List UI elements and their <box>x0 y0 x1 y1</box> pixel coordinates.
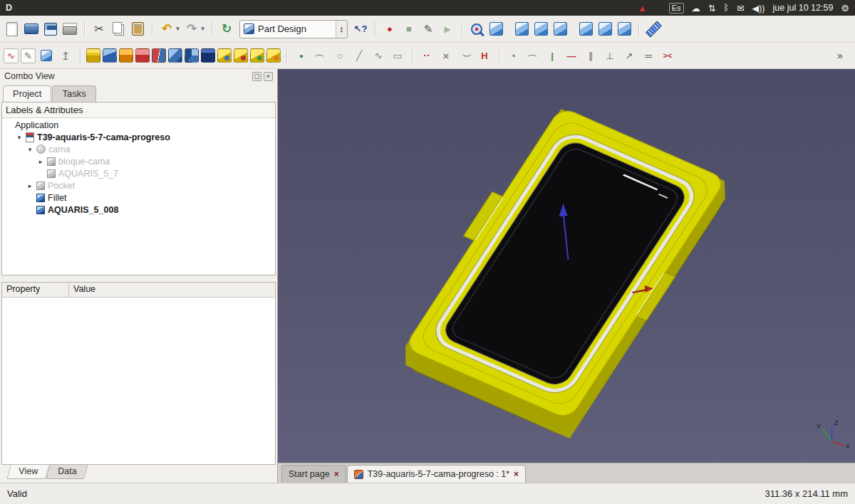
pad-icon[interactable] <box>86 48 100 63</box>
undo-icon[interactable]: ↶ <box>158 21 175 38</box>
whats-this-icon[interactable]: ↖? <box>352 21 369 38</box>
rear-view-icon[interactable] <box>577 21 594 38</box>
constraint-vertical-icon[interactable]: | <box>544 47 561 64</box>
constraint-horizontal-icon[interactable]: — <box>563 47 580 64</box>
thickness-icon[interactable] <box>266 48 281 63</box>
new-sketch-icon[interactable]: ∿ <box>4 48 19 63</box>
panel-splitter[interactable] <box>1 275 276 282</box>
keyboard-layout-indicator[interactable]: Es <box>669 3 684 14</box>
tree-item-cama[interactable]: ▾cama <box>2 143 275 155</box>
value-column-header[interactable]: Value <box>69 283 100 297</box>
edit-sketch-icon[interactable]: ✎ <box>21 48 36 63</box>
right-view-icon[interactable] <box>551 21 569 38</box>
sketch-rectangle-icon[interactable]: ▭ <box>389 47 406 64</box>
sketch-arc-icon[interactable]: ( <box>312 47 329 64</box>
undo-dropdown-icon[interactable]: ▾ <box>175 21 181 38</box>
open-file-icon[interactable] <box>23 21 40 38</box>
property-column-header[interactable]: Property <box>2 283 69 297</box>
close-tab-icon[interactable]: × <box>334 469 339 479</box>
constraint-arc-icon[interactable]: ( <box>524 47 542 64</box>
3d-viewport[interactable]: X Y Z <box>278 69 855 463</box>
sketch-point-icon[interactable]: • <box>293 47 310 64</box>
sketch-line-icon[interactable]: ╱ <box>351 47 368 64</box>
tree-item-aquaris-5-7[interactable]: AQUARIS_5_7 <box>2 167 275 179</box>
constraint-symmetric-icon[interactable]: >< <box>659 47 676 64</box>
warning-icon[interactable]: ▲ <box>638 3 647 14</box>
sketch-trim-icon[interactable]: × <box>437 47 455 64</box>
axonometric-view-icon[interactable] <box>487 21 504 38</box>
workbench-selector[interactable]: Part Design ▴▾ <box>239 20 348 38</box>
cloud-icon[interactable]: ☁ <box>692 3 701 14</box>
constraint-equal-icon[interactable]: ═ <box>640 47 657 64</box>
tree-expander-icon[interactable]: ▾ <box>26 146 33 153</box>
new-document-icon[interactable] <box>4 21 21 38</box>
macro-record-icon[interactable]: ● <box>381 21 398 38</box>
fillet-icon[interactable] <box>217 48 232 63</box>
tab-start-page[interactable]: Start page × <box>281 465 346 483</box>
tab-document[interactable]: T39-aquaris-5-7-cama-progreso : 1* × <box>347 465 526 483</box>
save-icon[interactable] <box>42 21 59 38</box>
front-view-icon[interactable] <box>513 21 530 38</box>
refresh-icon[interactable]: ↻ <box>218 21 235 38</box>
tree-expander-icon[interactable]: ▸ <box>26 182 33 189</box>
workbench-dropdown-icon[interactable]: ▴▾ <box>336 21 347 38</box>
constraint-coincident-icon[interactable]: ·· <box>418 47 435 64</box>
volume-icon[interactable]: ◀)) <box>752 3 765 14</box>
tree-item-application[interactable]: Application <box>2 119 275 131</box>
close-panel-icon[interactable]: × <box>264 72 273 81</box>
tab-tasks[interactable]: Tasks <box>52 85 95 102</box>
sketch-polyline-icon[interactable]: ∿ <box>370 47 387 64</box>
revolution-icon[interactable] <box>119 48 133 63</box>
constraint-perpendicular-icon[interactable]: ⊥ <box>601 47 618 64</box>
macro-edit-icon[interactable]: ✎ <box>420 21 437 38</box>
multitransform-icon[interactable] <box>201 48 215 63</box>
linear-pattern-icon[interactable] <box>168 48 182 63</box>
sketch-fillet-icon[interactable]: ( <box>457 47 474 64</box>
groove-icon[interactable] <box>135 48 150 63</box>
toolbar-overflow-icon[interactable]: » <box>831 47 849 64</box>
close-tab-icon[interactable]: × <box>514 469 519 479</box>
copy-icon[interactable] <box>110 21 127 38</box>
tab-project[interactable]: Project <box>3 85 51 102</box>
tab-view[interactable]: View <box>6 465 50 479</box>
network-arrows-icon[interactable]: ⇅ <box>708 3 715 14</box>
float-panel-icon[interactable]: ◻ <box>252 72 261 81</box>
mirrored-icon[interactable] <box>152 48 166 63</box>
tree-item-bloque-cama[interactable]: ▸bloque-cama <box>2 155 275 167</box>
print-icon[interactable] <box>61 21 78 38</box>
constraint-parallel-icon[interactable]: ∥ <box>582 47 599 64</box>
tab-data[interactable]: Data <box>46 465 88 479</box>
macro-play-icon[interactable]: ▶ <box>439 21 456 38</box>
tree-item-aquaris-5-008[interactable]: AQUARIS_5_008 <box>2 204 275 216</box>
bluetooth-icon[interactable]: ᛒ <box>724 3 730 13</box>
paste-icon[interactable] <box>129 21 146 38</box>
constraint-point-icon[interactable]: • <box>505 47 522 64</box>
leave-sketch-icon[interactable]: ↥ <box>57 47 74 64</box>
session-menu-icon[interactable]: ⚙ <box>841 3 849 14</box>
tree-expander-icon[interactable]: ▾ <box>16 134 23 141</box>
fit-all-icon[interactable] <box>468 21 485 38</box>
clock[interactable]: jue jul 10 12:59 <box>773 3 834 13</box>
redo-dropdown-icon[interactable]: ▾ <box>200 21 206 38</box>
tree-item-pocket[interactable]: ▸Pocket <box>2 179 275 191</box>
constraint-lock-icon[interactable]: H <box>476 47 493 64</box>
mail-icon[interactable]: ✉ <box>737 3 744 14</box>
bottom-view-icon[interactable] <box>596 21 613 38</box>
left-view-icon[interactable] <box>616 21 633 38</box>
pocket-icon[interactable] <box>103 48 117 63</box>
draft-icon[interactable] <box>250 48 264 63</box>
redo-icon[interactable]: ↷ <box>183 21 200 38</box>
macro-stop-icon[interactable]: ■ <box>400 21 418 38</box>
sketch-circle-icon[interactable]: ○ <box>331 47 348 64</box>
polar-pattern-icon[interactable] <box>185 48 199 63</box>
cut-icon[interactable]: ✂ <box>90 21 108 38</box>
tree-item-t39-aquaris-5-7-cama-progreso[interactable]: ▾T39-aquaris-5-7-cama-progreso <box>2 131 275 143</box>
viewport-canvas[interactable]: X Y Z <box>278 69 855 463</box>
tree-item-fillet[interactable]: Fillet <box>2 191 275 204</box>
constraint-tangent-icon[interactable]: ↗ <box>621 47 638 64</box>
measure-icon[interactable] <box>645 21 662 38</box>
map-sketch-icon[interactable] <box>38 47 55 64</box>
top-view-icon[interactable] <box>532 21 549 38</box>
tree-expander-icon[interactable]: ▸ <box>37 158 44 165</box>
chamfer-icon[interactable] <box>234 48 248 63</box>
